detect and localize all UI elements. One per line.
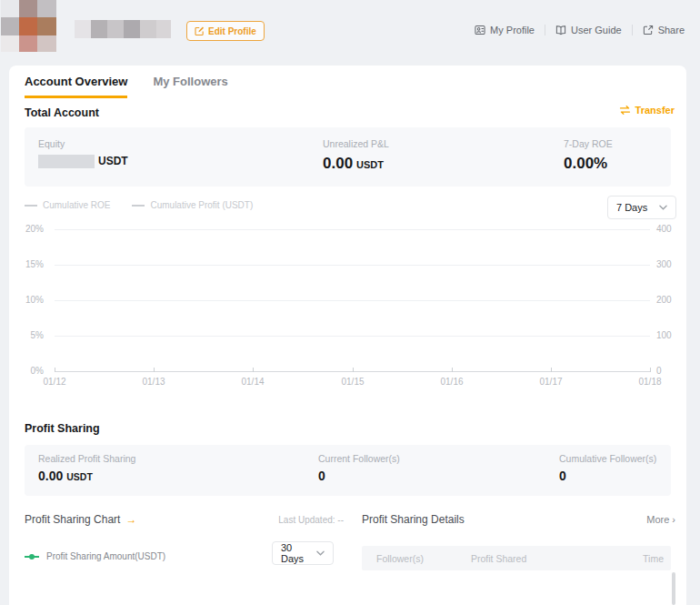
header-links: My Profile User Guide Share xyxy=(475,25,685,35)
equity-value-redacted xyxy=(38,155,95,168)
y-right-tick: 200 xyxy=(656,295,672,305)
range-select-7-days[interactable]: 7 Days xyxy=(607,196,676,219)
tab-account-overview[interactable]: Account Overview xyxy=(25,75,127,98)
legend-cumulative-profit[interactable]: Cumulative Profit (USDT) xyxy=(132,200,253,210)
green-line-dot-icon xyxy=(25,556,39,558)
realized-profit-sharing-value: 0.00 xyxy=(38,469,63,483)
x-tick: 01/15 xyxy=(341,377,364,387)
user-guide-label: User Guide xyxy=(571,25,622,35)
current-followers-label: Current Follower(s) xyxy=(318,453,400,464)
range-select-7-days-value: 7 Days xyxy=(616,202,647,213)
y-left-tick: 0% xyxy=(9,366,44,376)
profit-sharing-stats-panel: Realized Profit Sharing 0.00 USDT Curren… xyxy=(25,445,671,496)
column-profit-shared: Profit Shared xyxy=(471,553,643,564)
unrealized-pnl-value: 0.00 xyxy=(323,155,353,173)
line-swatch-icon xyxy=(132,205,145,207)
y-right-tick: 300 xyxy=(656,259,672,269)
x-tick: 01/13 xyxy=(142,377,165,387)
chevron-down-icon xyxy=(316,550,325,556)
y-left-tick: 10% xyxy=(9,295,44,305)
x-tick: 01/18 xyxy=(638,377,661,387)
total-account-stats-panel: Equity USDT Unrealized P&L 0.00 USDT 7-D… xyxy=(25,127,671,187)
edit-profile-button[interactable]: Edit Profile xyxy=(186,21,265,41)
profit-sharing-chart-title: Profit Sharing Chart xyxy=(25,513,120,526)
more-label: More xyxy=(646,514,669,525)
username-redacted xyxy=(75,20,171,38)
legend-cumulative-roe[interactable]: Cumulative ROE xyxy=(25,200,110,210)
column-followers: Follower(s) xyxy=(362,553,471,564)
unrealized-pnl-unit: USDT xyxy=(356,159,384,170)
avatar xyxy=(1,0,56,52)
chart-link-arrow-icon[interactable]: → xyxy=(125,513,136,526)
equity-label: Equity xyxy=(38,138,128,149)
profile-badge-icon xyxy=(475,25,485,35)
equity-unit: USDT xyxy=(98,155,128,167)
unrealized-pnl-stat: Unrealized P&L 0.00 USDT xyxy=(323,138,389,173)
transfer-button[interactable]: Transfer xyxy=(619,105,675,116)
cumulative-followers-label: Cumulative Follower(s) xyxy=(559,453,656,464)
range-select-30-days[interactable]: 30 Days xyxy=(272,541,334,565)
y-left-tick: 5% xyxy=(9,330,44,340)
legend-cumulative-profit-label: Cumulative Profit (USDT) xyxy=(150,200,253,210)
profit-sharing-chart-header: Profit Sharing Chart → Last Updated: -- xyxy=(25,513,344,526)
share-label: Share xyxy=(658,25,685,35)
y-left-tick: 15% xyxy=(9,259,44,269)
range-select-30-days-value: 30 Days xyxy=(281,542,316,564)
edit-pencil-icon xyxy=(195,26,205,36)
y-left-tick: 20% xyxy=(9,224,44,234)
profit-sharing-amount-label: Profit Sharing Amount(USDT) xyxy=(46,551,165,561)
realized-profit-sharing-unit: USDT xyxy=(66,471,93,482)
account-chart-legend: Cumulative ROE Cumulative Profit (USDT) xyxy=(25,200,253,210)
seven-day-roe-label: 7-Day ROE xyxy=(564,138,613,149)
last-updated-text: Last Updated: -- xyxy=(278,515,344,525)
column-time: Time xyxy=(643,553,671,564)
transfer-label: Transfer xyxy=(635,105,675,116)
profit-sharing-details-title: Profit Sharing Details xyxy=(362,513,465,526)
equity-stat: Equity USDT xyxy=(38,138,128,168)
tab-bar: Account Overview My Followers xyxy=(25,75,228,98)
divider xyxy=(632,25,633,35)
current-followers-value: 0 xyxy=(318,469,325,483)
line-swatch-icon xyxy=(25,205,37,207)
x-tick: 01/16 xyxy=(440,377,463,387)
profit-sharing-details-header: Profit Sharing Details More › xyxy=(362,513,675,526)
legend-profit-sharing-amount[interactable]: Profit Sharing Amount(USDT) xyxy=(25,551,165,561)
copy-trading-dashboard: Edit Profile My Profile User Guide Share… xyxy=(0,0,700,605)
divider xyxy=(545,25,545,35)
tab-my-followers[interactable]: My Followers xyxy=(153,75,227,98)
edit-profile-label: Edit Profile xyxy=(208,26,256,36)
seven-day-roe-stat: 7-Day ROE 0.00% xyxy=(564,138,613,173)
transfer-arrows-icon xyxy=(619,106,631,115)
x-tick: 01/12 xyxy=(43,377,65,387)
my-profile-link[interactable]: My Profile xyxy=(475,25,535,35)
cumulative-followers-value: 0 xyxy=(559,469,566,483)
main-card: Account Overview My Followers Total Acco… xyxy=(9,66,686,605)
total-account-title: Total Account xyxy=(25,106,99,119)
y-right-tick: 400 xyxy=(656,224,672,234)
user-guide-link[interactable]: User Guide xyxy=(555,25,622,35)
y-right-tick: 100 xyxy=(656,330,672,340)
seven-day-roe-value: 0.00% xyxy=(564,155,607,173)
y-right-tick: 0 xyxy=(656,366,662,376)
x-tick: 01/14 xyxy=(241,377,264,387)
cumulative-followers-stat: Cumulative Follower(s) 0 xyxy=(559,453,656,483)
more-link[interactable]: More › xyxy=(646,514,675,525)
book-icon xyxy=(555,25,566,35)
my-profile-label: My Profile xyxy=(490,25,535,35)
chevron-down-icon xyxy=(659,205,667,210)
chevron-right-icon: › xyxy=(672,514,675,525)
realized-profit-sharing-stat: Realized Profit Sharing 0.00 USDT xyxy=(38,453,135,483)
unrealized-pnl-label: Unrealized P&L xyxy=(323,138,389,149)
details-table-scrollbar[interactable] xyxy=(672,572,675,605)
share-icon xyxy=(643,25,654,35)
realized-profit-sharing-label: Realized Profit Sharing xyxy=(38,453,135,464)
current-followers-stat: Current Follower(s) 0 xyxy=(318,453,400,483)
share-link[interactable]: Share xyxy=(643,25,685,35)
legend-cumulative-roe-label: Cumulative ROE xyxy=(43,200,110,210)
details-table-header: Follower(s) Profit Shared Time xyxy=(362,546,671,570)
profit-sharing-title: Profit Sharing xyxy=(25,422,100,435)
x-tick: 01/17 xyxy=(539,377,562,387)
